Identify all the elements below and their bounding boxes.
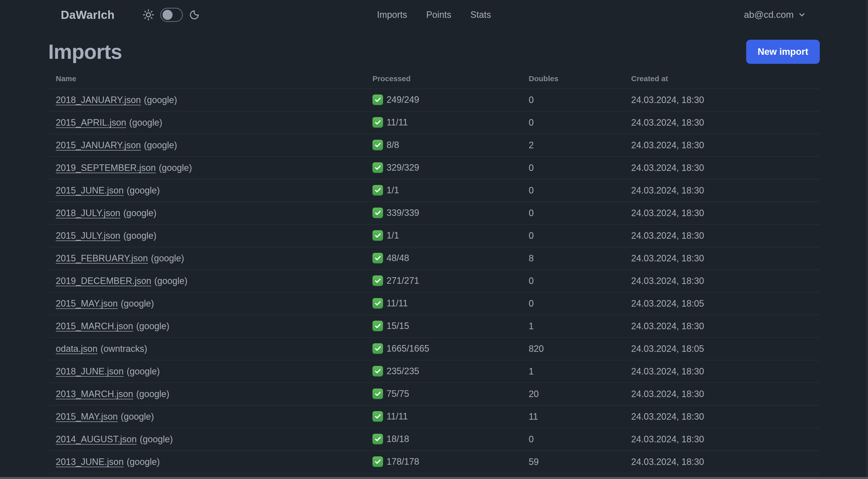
processed-status: 11/11 <box>372 298 408 309</box>
nav-link-imports[interactable]: Imports <box>377 9 407 20</box>
main-content: Imports New import Name Processed Double… <box>0 40 868 479</box>
import-file-link[interactable]: 2015_MAY.json <box>56 411 118 422</box>
import-file-link[interactable]: 2019_SEPTEMBER.json <box>56 162 156 173</box>
processed-status: 339/339 <box>372 208 419 218</box>
created-at: 24.03.2024, 18:30 <box>624 134 820 156</box>
check-icon <box>372 434 383 444</box>
table-row: 2013_MARCH.json(google)75/752024.03.2024… <box>48 383 820 406</box>
import-source: (google) <box>136 389 169 399</box>
processed-count: 15/15 <box>386 321 409 331</box>
check-icon <box>372 321 383 331</box>
created-at: 24.03.2024, 18:30 <box>624 202 820 224</box>
imports-table: Name Processed Doubles Created at 2018_J… <box>48 70 820 479</box>
table-row: 2015_MAY.json(google)11/111124.03.2024, … <box>48 406 820 428</box>
theme-switch[interactable] <box>160 8 183 22</box>
import-source: (google) <box>136 321 169 331</box>
import-file-link[interactable]: 2015_APRIL.json <box>56 117 126 128</box>
import-source: (google) <box>121 411 154 422</box>
check-icon <box>372 117 383 128</box>
column-header-processed: Processed <box>365 70 521 89</box>
import-file-link[interactable]: 2014_AUGUST.json <box>56 434 136 444</box>
user-menu[interactable]: ab@cd.com <box>744 9 806 20</box>
import-source: (google) <box>140 434 173 444</box>
import-source: (google) <box>144 140 177 150</box>
created-at: 24.03.2024, 18:30 <box>624 156 820 179</box>
table-row: 2015_JANUARY.json(google)8/8224.03.2024,… <box>48 134 820 156</box>
check-icon <box>372 230 383 241</box>
processed-count: 1/1 <box>386 230 399 241</box>
processed-count: 48/48 <box>386 253 409 263</box>
doubles-count: 59 <box>521 451 624 473</box>
navbar: DaWarIch Imports Points Stats ab@cd.com <box>0 0 868 30</box>
import-source: (google) <box>151 253 184 263</box>
import-file-link[interactable]: 2015_JULY.json <box>56 231 120 241</box>
nav-link-points[interactable]: Points <box>426 9 451 20</box>
new-import-button[interactable]: New import <box>746 40 820 64</box>
created-at: 24.03.2024, 18:30 <box>624 179 820 202</box>
import-file-link[interactable]: 2013_MARCH.json <box>56 389 133 399</box>
created-at: 24.03.2024, 18:30 <box>624 451 820 473</box>
processed-count: 271/271 <box>386 275 419 286</box>
nav-link-stats[interactable]: Stats <box>470 9 491 20</box>
table-header-row: Name Processed Doubles Created at <box>48 70 820 89</box>
import-file-link[interactable]: 2018_JANUARY.json <box>56 95 141 105</box>
created-at: 24.03.2024, 18:30 <box>624 270 820 292</box>
processed-status: 11/11 <box>372 117 408 128</box>
import-file-link[interactable]: 2015_FEBRUARY.json <box>56 253 148 263</box>
import-source: (google) <box>123 208 156 218</box>
created-at: 24.03.2024, 18:30 <box>624 89 820 111</box>
check-icon <box>372 275 383 286</box>
processed-count: 18/18 <box>386 434 409 444</box>
processed-count: 11/11 <box>386 411 408 422</box>
check-icon <box>372 94 383 105</box>
doubles-count: 8 <box>521 247 624 270</box>
import-file-link[interactable]: 2018_JUNE.json <box>56 366 124 377</box>
column-header-doubles: Doubles <box>521 70 624 89</box>
processed-status: 75/75 <box>372 389 409 399</box>
theme-switch-knob <box>162 10 173 20</box>
processed-status: 329/329 <box>372 162 419 173</box>
import-file-link[interactable]: 2018_JULY.json <box>56 208 120 218</box>
import-file-link[interactable]: 2015_MARCH.json <box>56 321 133 331</box>
created-at: 24.03.2024, 18:30 <box>624 224 820 247</box>
chevron-down-icon <box>798 10 806 19</box>
processed-status: 1665/1665 <box>372 343 429 354</box>
processed-status: 48/48 <box>372 253 409 263</box>
doubles-count: 0 <box>521 270 624 292</box>
doubles-count: 820 <box>521 337 624 360</box>
import-file-link[interactable]: 2013_JUNE.json <box>56 457 124 467</box>
check-icon <box>372 208 383 218</box>
table-row: 2019_SEPTEMBER.json(google)329/329024.03… <box>48 156 820 179</box>
check-icon <box>372 456 383 467</box>
check-icon <box>372 343 383 354</box>
import-file-link[interactable]: 2015_JUNE.json <box>56 185 124 196</box>
created-at: 24.03.2024, 18:30 <box>624 428 820 451</box>
import-source: (google) <box>159 162 192 173</box>
import-source: (google) <box>127 366 160 377</box>
table-row: odata.json(owntracks)1665/166582024.03.2… <box>48 337 820 360</box>
table-row: 2018_JULY.json(google)339/339024.03.2024… <box>48 202 820 224</box>
doubles-count: 2 <box>521 134 624 156</box>
processed-status: 15/15 <box>372 321 409 331</box>
doubles-count: 0 <box>521 89 624 111</box>
import-file-link[interactable]: 2015_JANUARY.json <box>56 140 141 150</box>
check-icon <box>372 298 383 309</box>
processed-status: 8/8 <box>372 140 399 150</box>
processed-count: 11/11 <box>386 298 408 309</box>
column-header-created-at: Created at <box>624 70 820 89</box>
doubles-count: 1 <box>521 315 624 337</box>
table-row: 2015_APRIL.json(google)11/11024.03.2024,… <box>48 111 820 134</box>
import-file-link[interactable]: 2015_MAY.json <box>56 298 118 309</box>
check-icon <box>372 389 383 399</box>
app-logo[interactable]: DaWarIch <box>61 8 115 22</box>
main-nav: Imports Points Stats <box>377 9 491 20</box>
import-file-link[interactable]: odata.json <box>56 343 97 354</box>
processed-count: 249/249 <box>386 94 419 105</box>
user-email: ab@cd.com <box>744 9 794 20</box>
import-file-link[interactable]: 2019_DECEMBER.json <box>56 276 151 286</box>
table-row: 2015_JUNE.json(google)1/1024.03.2024, 18… <box>48 179 820 202</box>
import-source: (owntracks) <box>100 343 147 354</box>
import-source: (google) <box>129 117 162 128</box>
import-source: (google) <box>123 231 156 241</box>
vertical-scrollbar[interactable] <box>866 0 868 479</box>
